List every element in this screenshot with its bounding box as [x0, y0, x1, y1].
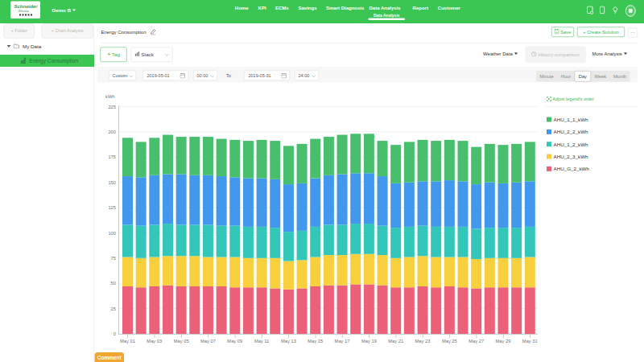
svg-text:May 23: May 23: [415, 339, 431, 343]
svg-text:May 09: May 09: [227, 339, 242, 343]
svg-text:May 05: May 05: [174, 339, 189, 343]
svg-text:0: 0: [114, 331, 116, 336]
svg-text:75: 75: [111, 256, 116, 261]
svg-text:May 13: May 13: [281, 339, 296, 343]
svg-text:May 11: May 11: [254, 339, 269, 343]
svg-text:225: 225: [108, 105, 116, 109]
svg-text:AHU_G_2_kWh: AHU_G_2_kWh: [554, 166, 590, 171]
svg-text:175: 175: [108, 154, 116, 159]
svg-text:100: 100: [108, 231, 116, 236]
svg-text:May 21: May 21: [388, 339, 403, 343]
svg-text:May 17: May 17: [335, 339, 350, 343]
svg-text:kWh: kWh: [105, 94, 115, 99]
svg-text:May 19: May 19: [361, 339, 377, 343]
svg-text:AHU_1_2_kWh: AHU_1_2_kWh: [554, 142, 589, 147]
svg-text:AHU_2_2_kWh: AHU_2_2_kWh: [554, 129, 589, 134]
svg-text:May 07: May 07: [200, 339, 216, 343]
svg-text:125: 125: [108, 205, 116, 210]
svg-text:May 25: May 25: [442, 339, 457, 343]
svg-text:AHU_2_3_kWh: AHU_2_3_kWh: [554, 154, 589, 159]
svg-text:May 27: May 27: [469, 339, 484, 343]
svg-text:May 01: May 01: [120, 339, 135, 343]
svg-text:May 29: May 29: [496, 339, 511, 343]
svg-text:150: 150: [108, 180, 116, 185]
svg-text:200: 200: [108, 130, 116, 134]
svg-text:May 15: May 15: [308, 339, 323, 343]
svg-text:May 31: May 31: [522, 339, 538, 343]
svg-text:May 03: May 03: [147, 339, 162, 343]
svg-text:50: 50: [111, 281, 116, 286]
svg-text:25: 25: [111, 306, 116, 311]
svg-text:AHU_1_1_kWh: AHU_1_1_kWh: [554, 117, 589, 122]
